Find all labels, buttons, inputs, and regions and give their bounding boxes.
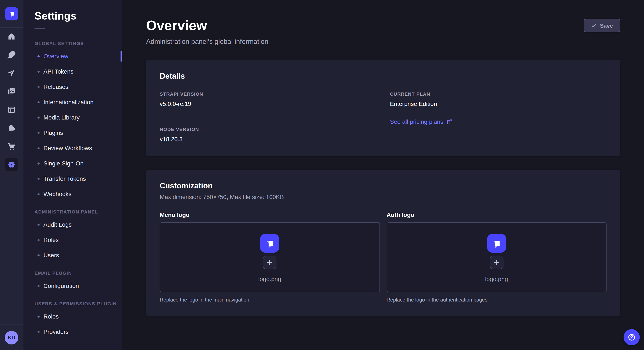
subnav-section-label: EMAIL PLUGIN bbox=[34, 270, 122, 276]
subnav-item-label: Releases bbox=[44, 82, 68, 91]
auth-logo-upload-box[interactable]: logo.png bbox=[386, 222, 606, 292]
subnav-item-audit-logs[interactable]: Audit Logs bbox=[24, 217, 122, 232]
bullet-icon bbox=[38, 223, 40, 226]
subnav-item-internationalization[interactable]: Internationalization bbox=[24, 94, 122, 110]
subnav-section-administration-panel: ADMINISTRATION PANELAudit LogsRolesUsers bbox=[24, 208, 122, 263]
subnav-section-users-permissions-plugin: USERS & PERMISSIONS PLUGINRolesProviders bbox=[24, 300, 122, 339]
subnav-item-api-tokens[interactable]: API Tokens bbox=[24, 64, 122, 79]
rail-logo-area bbox=[0, 0, 23, 27]
subnav-item-label: Internationalization bbox=[44, 98, 94, 106]
nav-settings-button[interactable] bbox=[5, 158, 18, 172]
media-library-images-icon bbox=[7, 87, 16, 96]
current-plan-field: CURRENT PLAN Enterprise Edition bbox=[390, 91, 606, 108]
bullet-icon bbox=[38, 193, 40, 195]
page-header: Overview Administration panel’s global i… bbox=[146, 17, 620, 46]
menu-logo-label: Menu logo bbox=[160, 210, 380, 219]
bullet-icon bbox=[38, 101, 40, 103]
logo-upload-grid: Menu logo logo.png bbox=[160, 210, 606, 303]
subnav-item-label: Media Library bbox=[44, 113, 80, 122]
help-button[interactable] bbox=[624, 329, 640, 345]
rail-bottom-divider bbox=[0, 325, 23, 325]
nav-home-button[interactable] bbox=[5, 30, 18, 43]
subnav-item-label: Review Workflows bbox=[44, 144, 92, 152]
main-content: Overview Administration panel’s global i… bbox=[122, 0, 644, 350]
marketplace-cart-icon bbox=[7, 142, 16, 151]
nav-content-builder-button[interactable] bbox=[5, 48, 18, 62]
plus-icon bbox=[266, 259, 273, 266]
subnav-item-single-sign-on[interactable]: Single Sign-On bbox=[24, 156, 122, 171]
subnav-item-overview[interactable]: Overview bbox=[24, 48, 122, 64]
menu-logo-hint: Replace the logo in the main navigation bbox=[160, 296, 380, 303]
check-icon bbox=[591, 23, 596, 28]
subnav-item-label: Transfer Tokens bbox=[44, 174, 86, 183]
page-header-text: Overview Administration panel’s global i… bbox=[146, 17, 268, 46]
bullet-icon bbox=[38, 315, 40, 318]
strapi-version-field: STRAPI VERSION v5.0.0-rc.19 bbox=[160, 91, 376, 108]
main-nav-rail: KD bbox=[0, 0, 24, 350]
subnav-item-roles[interactable]: Roles bbox=[24, 232, 122, 247]
subnav-item-label: Configuration bbox=[44, 282, 79, 290]
page-subtitle: Administration panel’s global informatio… bbox=[146, 37, 268, 46]
auth-logo-add-button[interactable] bbox=[490, 256, 504, 269]
subnav-item-media-library[interactable]: Media Library bbox=[24, 110, 122, 125]
user-avatar[interactable]: KD bbox=[5, 331, 18, 345]
current-plan-label: CURRENT PLAN bbox=[390, 91, 606, 97]
subnav-item-transfer-tokens[interactable]: Transfer Tokens bbox=[24, 171, 122, 186]
save-button[interactable]: Save bbox=[584, 19, 620, 32]
app-root: KD Settings GLOBAL SETTINGSOverviewAPI T… bbox=[0, 0, 644, 350]
nav-media-library-button[interactable] bbox=[5, 85, 18, 98]
nav-content-manager-button[interactable] bbox=[5, 103, 18, 117]
subnav-item-users[interactable]: Users bbox=[24, 247, 122, 263]
bullet-icon bbox=[38, 70, 40, 72]
cloud-icon bbox=[7, 124, 16, 132]
subnav-item-plugins[interactable]: Plugins bbox=[24, 125, 122, 140]
nav-marketplace-button[interactable] bbox=[5, 140, 18, 153]
strapi-logo-button[interactable] bbox=[5, 7, 18, 20]
menu-logo-add-button[interactable] bbox=[263, 256, 277, 269]
subnav-item-label: Roles bbox=[44, 236, 59, 244]
nav-cloud-button[interactable] bbox=[5, 121, 18, 135]
subnav-item-configuration[interactable]: Configuration bbox=[24, 278, 122, 293]
rail-bottom: KD bbox=[0, 325, 23, 350]
subnav-item-label: API Tokens bbox=[44, 67, 74, 76]
subnav-section-label: USERS & PERMISSIONS PLUGIN bbox=[34, 300, 122, 307]
bullet-icon bbox=[38, 147, 40, 149]
auth-logo-hint: Replace the logo in the authentication p… bbox=[386, 296, 606, 303]
nav-deploy-button[interactable] bbox=[5, 66, 18, 80]
subnav-item-label: Webhooks bbox=[44, 190, 72, 198]
strapi-logo-icon bbox=[491, 237, 502, 249]
rail-icon-list bbox=[0, 28, 23, 172]
subnav-section-global-settings: GLOBAL SETTINGSOverviewAPI TokensRelease… bbox=[24, 40, 122, 201]
pricing-plans-link[interactable]: See all pricing plans bbox=[390, 117, 452, 126]
subnav-item-providers[interactable]: Providers bbox=[24, 324, 122, 339]
subnav-item-roles[interactable]: Roles bbox=[24, 309, 122, 324]
node-version-label: NODE VERSION bbox=[160, 126, 376, 133]
menu-logo-upload-box[interactable]: logo.png bbox=[160, 222, 380, 292]
subnav-section-email-plugin: EMAIL PLUGINConfiguration bbox=[24, 270, 122, 293]
subnav-item-label: Audit Logs bbox=[44, 220, 72, 229]
node-version-field: NODE VERSION v18.20.3 bbox=[160, 126, 376, 143]
strapi-logo-icon bbox=[8, 9, 16, 18]
settings-subnav: Settings GLOBAL SETTINGSOverviewAPI Toke… bbox=[24, 0, 122, 350]
subnav-header: Settings bbox=[24, 0, 122, 29]
bullet-icon bbox=[38, 285, 40, 287]
strapi-version-label: STRAPI VERSION bbox=[160, 91, 376, 97]
bullet-icon bbox=[38, 116, 40, 118]
subnav-item-label: Overview bbox=[44, 52, 68, 60]
bullet-icon bbox=[38, 331, 40, 333]
subnav-item-label: Single Sign-On bbox=[44, 159, 84, 168]
bullet-icon bbox=[38, 132, 40, 134]
details-right-column: CURRENT PLAN Enterprise Edition See all … bbox=[390, 91, 606, 143]
customization-card-subtitle: Max dimension: 750×750, Max file size: 1… bbox=[160, 193, 606, 201]
settings-gear-icon bbox=[7, 160, 16, 169]
save-button-label: Save bbox=[600, 22, 613, 29]
menu-logo-block: Menu logo logo.png bbox=[160, 210, 380, 303]
content-builder-feather-icon bbox=[7, 51, 16, 59]
subnav-item-releases[interactable]: Releases bbox=[24, 79, 122, 94]
strapi-logo-icon bbox=[264, 237, 276, 249]
subnav-item-webhooks[interactable]: Webhooks bbox=[24, 186, 122, 201]
details-card: Details STRAPI VERSION v5.0.0-rc.19 NODE… bbox=[146, 60, 620, 156]
help-icon bbox=[628, 333, 636, 342]
subnav-item-review-workflows[interactable]: Review Workflows bbox=[24, 140, 122, 156]
auth-logo-filename: logo.png bbox=[485, 275, 508, 283]
